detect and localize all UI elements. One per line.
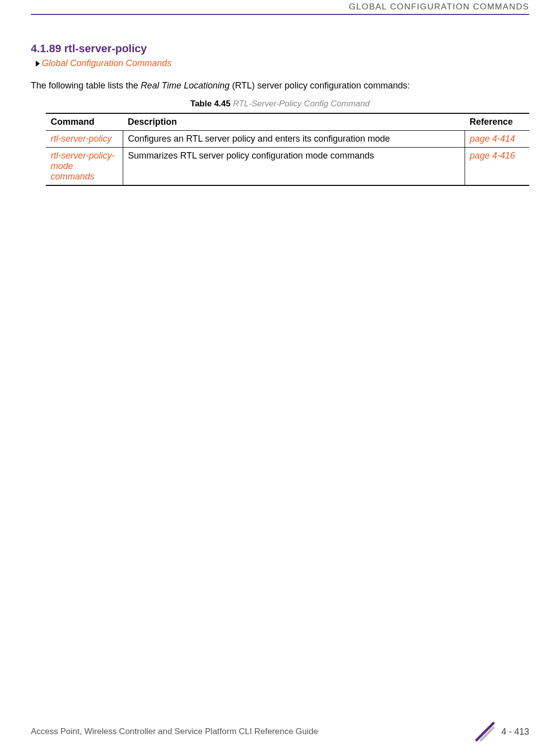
page-footer: Access Point, Wireless Controller and Se… bbox=[31, 721, 529, 742]
intro-text-prefix: The following table lists the bbox=[31, 81, 141, 90]
command-table: Command Description Reference rtl-server… bbox=[46, 113, 529, 186]
reference-link[interactable]: page 4-416 bbox=[470, 151, 515, 161]
footer-guide-title: Access Point, Wireless Controller and Se… bbox=[31, 727, 318, 737]
reference-link[interactable]: page 4-414 bbox=[470, 134, 515, 144]
command-link[interactable]: rtl-server-policy-mode commands bbox=[51, 151, 115, 181]
footer-right: 4 - 413 bbox=[475, 721, 529, 742]
intro-paragraph: The following table lists the Real Time … bbox=[31, 80, 529, 92]
breadcrumb-link[interactable]: Global Configuration Commands bbox=[42, 58, 171, 69]
caption-title: RTL-Server-Policy Config Command bbox=[231, 99, 370, 108]
table-caption: Table 4.45 RTL-Server-Policy Config Comm… bbox=[31, 99, 529, 109]
description-cell: Configures an RTL server policy and ente… bbox=[123, 131, 465, 148]
triangle-right-icon bbox=[36, 61, 40, 67]
intro-text-italic: Real Time Locationing bbox=[141, 81, 230, 90]
table-row: rtl-server-policy Configures an RTL serv… bbox=[46, 131, 529, 148]
intro-text-suffix: (RTL) server policy configuration comman… bbox=[230, 81, 410, 90]
th-command: Command bbox=[46, 113, 123, 131]
table-row: rtl-server-policy-mode commands Summariz… bbox=[46, 148, 529, 186]
caption-label: Table 4.45 bbox=[190, 99, 231, 108]
th-description: Description bbox=[123, 113, 465, 131]
description-cell: Summarizes RTL server policy configurati… bbox=[123, 148, 465, 186]
breadcrumb: Global Configuration Commands bbox=[36, 58, 529, 69]
running-header: GLOBAL CONFIGURATION COMMANDS bbox=[349, 0, 529, 12]
th-reference: Reference bbox=[465, 113, 529, 131]
page-number: 4 - 413 bbox=[501, 727, 529, 737]
header-rule bbox=[31, 14, 529, 15]
section-heading: 4.1.89 rtl-server-policy bbox=[31, 42, 529, 55]
table-header-row: Command Description Reference bbox=[46, 113, 529, 131]
brand-logo-icon bbox=[475, 721, 495, 742]
command-link[interactable]: rtl-server-policy bbox=[51, 134, 112, 144]
page-content: 4.1.89 rtl-server-policy Global Configur… bbox=[31, 42, 529, 186]
